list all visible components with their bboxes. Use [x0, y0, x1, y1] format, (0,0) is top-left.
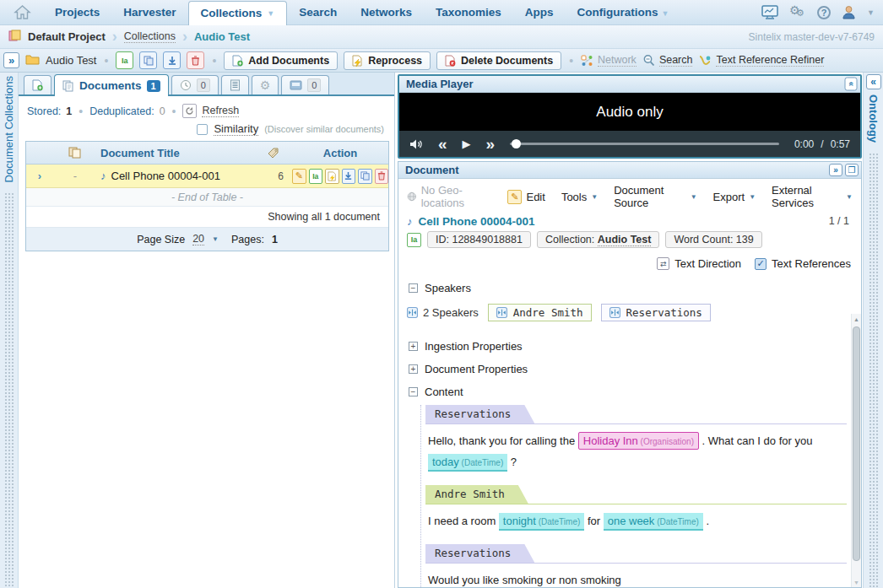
download-icon[interactable]: [342, 169, 356, 184]
expand-panel-icon[interactable]: »: [829, 164, 842, 176]
page-size-select[interactable]: 20: [192, 233, 204, 245]
scroll-up-icon[interactable]: ▲: [852, 314, 861, 325]
refresh-link[interactable]: Refresh: [202, 105, 239, 117]
document-title-header[interactable]: Document Title: [97, 142, 255, 164]
download-icon[interactable]: [163, 51, 181, 69]
reprocess-button[interactable]: Reprocess: [344, 51, 431, 70]
speaker-tab[interactable]: Reservations: [425, 405, 534, 423]
app-window: Projects Harvester Collections ▼ Search …: [0, 0, 883, 588]
scrollbar[interactable]: ▲ ▼: [851, 314, 861, 587]
tab-notes[interactable]: [221, 75, 249, 94]
delete-documents-button[interactable]: Delete Documents: [436, 51, 561, 70]
forward-icon[interactable]: »: [486, 135, 496, 154]
similarity-checkbox[interactable]: [197, 124, 208, 135]
search-link[interactable]: Search: [642, 54, 693, 67]
table-row[interactable]: › - ♪ Cell Phone 00004-001 6 ✎ Ia: [26, 165, 388, 188]
nav-configurations[interactable]: Configurations ▼: [566, 6, 681, 19]
document-source-dropdown[interactable]: Document Source ▼: [614, 184, 696, 209]
trash-icon[interactable]: [375, 169, 389, 184]
document-collections-vertical-label[interactable]: Document Collections: [3, 76, 15, 182]
reprocess-icon[interactable]: [325, 169, 339, 184]
trash-icon[interactable]: [187, 51, 204, 69]
text-references-toggle[interactable]: ✓ Text References: [755, 257, 851, 270]
transcript-text: Would you like smoking or non smoking: [425, 564, 847, 588]
refiner-label: Text Reference Refiner: [716, 54, 824, 67]
external-services-dropdown[interactable]: External Services ▼: [772, 184, 853, 209]
speakers-count-label: 2 Speakers: [423, 306, 479, 319]
row-expander[interactable]: ›: [26, 165, 53, 187]
speaker-tab[interactable]: Reservations: [425, 544, 534, 563]
edit-icon[interactable]: ✎: [292, 169, 306, 184]
speakers-count: 2 Speakers: [407, 306, 479, 319]
home-icon[interactable]: [14, 5, 31, 19]
duplicates-icon[interactable]: [53, 142, 97, 164]
speaker-chip-reservations[interactable]: Reservations: [601, 304, 711, 321]
media-player-title: Media Player: [406, 78, 474, 90]
splitter-handle[interactable]: [869, 153, 879, 588]
nav-taxonomies[interactable]: Taxonomies: [424, 6, 513, 19]
seek-knob[interactable]: [512, 139, 521, 148]
text-view-icon[interactable]: Ia: [116, 51, 133, 69]
text-reference-refiner-link[interactable]: Text Reference Refiner: [698, 54, 824, 67]
maximize-icon[interactable]: ❐: [845, 164, 859, 176]
scrollbar-thumb[interactable]: [853, 326, 860, 561]
expand-ontology-button[interactable]: «: [866, 74, 881, 89]
expand-icon[interactable]: +: [409, 342, 418, 351]
collection-link[interactable]: Audio Test: [598, 234, 652, 246]
splitter-handle[interactable]: [4, 192, 14, 588]
edit-button[interactable]: ✎ Edit: [507, 190, 544, 204]
pagination: Page Size 20 ▼ Pages: 1: [26, 228, 388, 251]
nav-collections[interactable]: Collections ▼: [188, 1, 288, 25]
refresh-icon[interactable]: [182, 104, 197, 118]
tab-add-document[interactable]: [24, 75, 51, 94]
rewind-icon[interactable]: «: [438, 135, 447, 154]
text-view-icon[interactable]: Ia: [407, 233, 421, 247]
tags-icon[interactable]: [255, 142, 292, 164]
help-icon[interactable]: ?: [817, 6, 831, 19]
nav-apps[interactable]: Apps: [513, 6, 566, 19]
collapse-left-panel-button[interactable]: »: [3, 52, 19, 68]
copy-icon[interactable]: [139, 51, 157, 69]
add-documents-button[interactable]: Add Documents: [224, 51, 338, 70]
text-direction-toggle[interactable]: ⇄ Text Direction: [657, 257, 741, 270]
volume-icon[interactable]: [409, 138, 423, 150]
similarity-label[interactable]: Similarity: [214, 122, 258, 136]
chevron-down-icon[interactable]: ▼: [867, 8, 875, 17]
entity-datetime[interactable]: today (DateTime): [428, 454, 507, 472]
collapse-up-icon[interactable]: «: [845, 78, 858, 91]
breadcrumb-project[interactable]: Default Project: [28, 30, 106, 43]
monitor-icon[interactable]: [761, 5, 778, 19]
user-avatar[interactable]: [842, 5, 856, 19]
ontology-vertical-label[interactable]: Ontology: [867, 94, 880, 143]
collapse-icon[interactable]: −: [409, 387, 418, 396]
export-dropdown[interactable]: Export ▼: [713, 191, 756, 203]
tools-dropdown[interactable]: Tools ▼: [561, 191, 598, 203]
copy-icon[interactable]: [358, 169, 372, 184]
collapse-icon[interactable]: −: [409, 283, 418, 293]
document-title-link[interactable]: ♪ Cell Phone 00004-001: [407, 215, 535, 228]
gear-icon[interactable]: ⚙⚙: [789, 5, 806, 20]
nav-harvester[interactable]: Harvester: [111, 6, 187, 19]
tab-history[interactable]: 0: [171, 75, 219, 94]
chevron-down-icon[interactable]: ▼: [212, 235, 219, 243]
speaker-chip-andre-smith[interactable]: Andre Smith: [488, 304, 592, 321]
seek-slider[interactable]: [510, 143, 779, 145]
tab-settings[interactable]: ⚙: [252, 75, 279, 94]
nav-projects[interactable]: Projects: [43, 6, 111, 19]
tab-gallery[interactable]: 0: [281, 75, 329, 94]
text-view-icon[interactable]: Ia: [309, 169, 323, 184]
entity-datetime[interactable]: one week (DateTime): [604, 513, 703, 531]
entity-type-label: (DateTime): [536, 517, 580, 526]
tab-documents[interactable]: Documents 1: [54, 74, 169, 96]
entity-org[interactable]: Holiday Inn (Organisation): [578, 432, 699, 450]
play-icon[interactable]: ▶: [463, 138, 471, 150]
nav-networks[interactable]: Networks: [349, 6, 424, 19]
expand-icon[interactable]: +: [409, 364, 418, 374]
scroll-down-icon[interactable]: ▼: [852, 577, 861, 587]
speaker-name: Reservations: [626, 306, 702, 319]
row-title[interactable]: ♪ Cell Phone 00004-001: [97, 165, 255, 187]
breadcrumb-collections[interactable]: Collections: [124, 30, 176, 43]
speaker-tab[interactable]: Andre Smith: [425, 485, 528, 504]
entity-datetime[interactable]: tonight (DateTime): [499, 513, 584, 531]
nav-search[interactable]: Search: [287, 6, 349, 19]
